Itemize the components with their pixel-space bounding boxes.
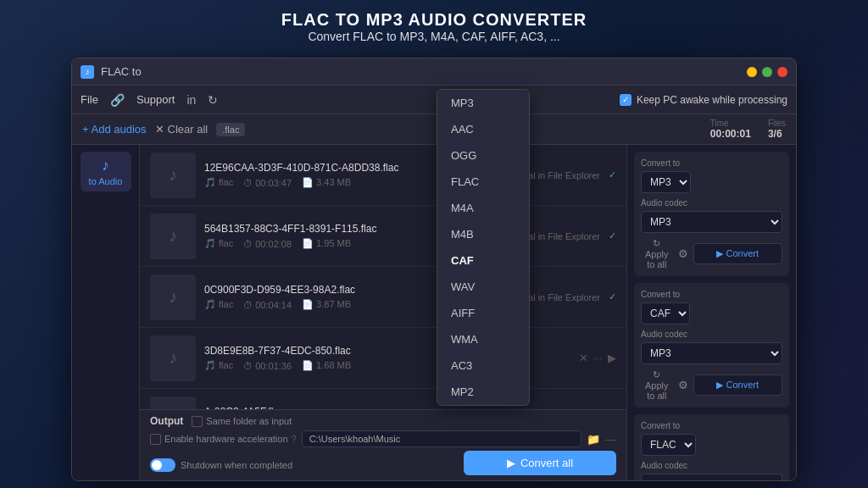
time-label: Time xyxy=(710,119,751,128)
same-folder-checkbox[interactable] xyxy=(192,416,203,427)
files-label: Files xyxy=(768,119,786,128)
keep-awake-checkbox[interactable]: ✓ xyxy=(620,94,632,106)
dropdown-item[interactable]: MP2 xyxy=(437,379,529,405)
close-button[interactable] xyxy=(777,67,787,77)
collapse-icon[interactable]: — xyxy=(605,433,616,446)
dropdown-item[interactable]: AC3 xyxy=(437,352,529,379)
dropdown-item[interactable]: CAF xyxy=(437,247,529,274)
menu-file[interactable]: File xyxy=(81,93,98,106)
format-select[interactable]: CAF xyxy=(641,302,690,324)
format-select[interactable]: MP3 xyxy=(641,171,691,193)
minimize-button[interactable] xyxy=(747,67,757,77)
hw-accel-checkbox[interactable] xyxy=(150,434,161,445)
window-controls xyxy=(747,67,787,77)
convert-to-row: Convert to MP3 xyxy=(641,158,782,193)
page-header: FLAC TO MP3 AUDIO CONVERTER Convert FLAC… xyxy=(0,0,868,50)
maximize-button[interactable] xyxy=(762,67,772,77)
convert-item: Convert to CAF Audio codec MP3 ↻ Apply t… xyxy=(634,283,789,408)
linkedin-icon: in xyxy=(187,93,197,107)
dropdown-item[interactable]: M4A xyxy=(437,195,529,221)
play-file-button[interactable]: ▶ xyxy=(608,352,616,364)
file-item: ♪ 564B1357-88C3-4FF1-8391-F115.flac 🎵 fl… xyxy=(140,206,626,267)
audio-codec-label: Audio codec xyxy=(641,198,782,208)
dropdown-item[interactable]: WMA xyxy=(437,326,529,352)
settings-button[interactable]: ⚙ xyxy=(678,379,688,391)
convert-to-row: Convert to CAF xyxy=(641,290,782,324)
time-stat: Time 00:00:01 xyxy=(710,119,751,140)
same-folder-area: Same folder as input xyxy=(192,416,292,427)
codec-select[interactable]: FLAC xyxy=(641,474,782,480)
app-window: ♪ FLAC to File 🔗 Support in ↻ ✓ Keep PC … xyxy=(71,58,797,481)
dropdown-item[interactable]: AIFF xyxy=(437,300,529,326)
codec-select[interactable]: MP3 xyxy=(641,342,782,364)
apply-row: ↻ Apply to all ⚙ ▶ Convert xyxy=(641,238,782,269)
clear-label: Clear all xyxy=(168,123,209,136)
sidebar: ♪ to Audio xyxy=(72,145,140,480)
time-value: 00:00:01 xyxy=(710,128,751,140)
clear-all-button[interactable]: ✕ Clear all xyxy=(155,123,209,136)
file-name: 12E96CAA-3D3F-410D-871C-A8DD38.flac xyxy=(204,162,441,174)
file-info: 564B1357-88C3-4FF1-8391-F115.flac 🎵 flac… xyxy=(204,223,441,249)
settings-button[interactable]: ⚙ xyxy=(678,247,688,260)
file-thumbnail: ♪ xyxy=(150,274,196,320)
page-title-line1: FLAC TO MP3 AUDIO CONVERTER xyxy=(0,10,868,30)
file-thumbnail: ♪ xyxy=(150,152,196,198)
convert-to-label: Convert to xyxy=(641,158,782,168)
file-list: ♪ 12E96CAA-3D3F-410D-871C-A8DD38.flac 🎵 … xyxy=(140,145,626,480)
convert-button[interactable]: ▶ Convert xyxy=(693,243,782,264)
shutdown-toggle-row: Shutdown when completed xyxy=(150,458,455,472)
dropdown-item[interactable]: OGG xyxy=(437,142,529,169)
apply-to-all-button[interactable]: ↻ Apply to all xyxy=(641,238,673,269)
file-size: 📄 1.95 MB xyxy=(302,238,351,249)
convert-button[interactable]: ▶ Convert xyxy=(693,374,782,396)
format-select[interactable]: FLAC xyxy=(641,434,696,456)
file-duration: ⏱ 00:04:14 xyxy=(243,299,292,310)
shutdown-toggle[interactable] xyxy=(150,458,175,472)
file-format: 🎵 flac xyxy=(204,177,233,188)
x-icon: ✕ xyxy=(155,123,164,136)
audio-codec-label: Audio codec xyxy=(641,330,782,339)
toolbar-stats: Time 00:00:01 Files 3/6 xyxy=(710,119,786,140)
file-duration: ⏱ 00:01:36 xyxy=(243,360,292,371)
delete-file-button[interactable]: ✕ xyxy=(579,352,588,364)
link-icon: 🔗 xyxy=(110,93,125,107)
file-name: 564B1357-88C3-4FF1-8391-F115.flac xyxy=(204,223,441,235)
convert-to-row: Convert to FLAC xyxy=(641,421,782,456)
dropdown-item[interactable]: MP3 xyxy=(437,90,529,116)
sidebar-item-audio[interactable]: ♪ to Audio xyxy=(81,152,131,191)
file-info: 12E96CAA-3D3F-410D-871C-A8DD38.flac 🎵 fl… xyxy=(204,162,441,188)
file-size: 📄 1.68 MB xyxy=(302,360,351,371)
convert-all-button[interactable]: ▶ Convert all xyxy=(464,451,616,475)
more-options-button[interactable]: ··· xyxy=(593,352,603,364)
menu-support[interactable]: Support xyxy=(136,93,175,106)
file-format: 🎵 flac xyxy=(204,299,233,310)
files-value: 3/6 xyxy=(768,128,782,140)
dropdown-item[interactable]: WAV xyxy=(437,274,529,300)
hw-accel-area: Enable hardware acceleration ? xyxy=(150,434,297,445)
file-thumbnail: ♪ xyxy=(150,214,196,259)
keep-awake-label: Keep PC awake while processing xyxy=(637,94,787,106)
codec-select[interactable]: MP3 xyxy=(641,211,782,233)
folder-browse-button[interactable]: 📁 xyxy=(587,433,600,446)
files-stat: Files 3/6 xyxy=(768,119,786,140)
apply-to-all-button[interactable]: ↻ Apply to all xyxy=(641,369,673,401)
add-audios-button[interactable]: + Add audios xyxy=(82,123,147,136)
file-item: ♪ 0C900F3D-D959-4EE3-98A2.flac 🎵 flac ⏱ … xyxy=(140,267,626,328)
file-info: 0C900F3D-D959-4EE3-98A2.flac 🎵 flac ⏱ 00… xyxy=(204,284,441,310)
convert-item: Convert to FLAC Audio codec FLAC ↻ Apply… xyxy=(634,414,789,480)
check-icon: ✓ xyxy=(609,230,616,241)
dropdown-item[interactable]: M4B xyxy=(437,221,529,247)
file-item: ♪ 12E96CAA-3D3F-410D-871C-A8DD38.flac 🎵 … xyxy=(140,145,626,206)
output-path[interactable]: C:\Users\khoah\Music xyxy=(302,430,581,447)
dropdown-item[interactable]: FLAC xyxy=(437,169,529,195)
check-icon: ✓ xyxy=(609,291,616,302)
main-content: ♪ to Audio ♪ 12E96CAA-3D3F-410D-871C-A8D… xyxy=(72,145,796,480)
hw-accel-info-icon: ? xyxy=(292,434,297,444)
convert-to-label: Convert to xyxy=(641,290,782,299)
play-icon: ▶ xyxy=(507,457,515,469)
dropdown-item[interactable]: AAC xyxy=(437,116,529,142)
refresh-icon: ↻ xyxy=(208,93,218,107)
toolbar: + Add audios ✕ Clear all .flac Time 00:0… xyxy=(72,114,796,145)
convert-item: Convert to MP3 Audio codec MP3 ↻ Apply t… xyxy=(634,152,789,276)
file-name: 0C900F3D-D959-4EE3-98A2.flac xyxy=(204,284,441,296)
